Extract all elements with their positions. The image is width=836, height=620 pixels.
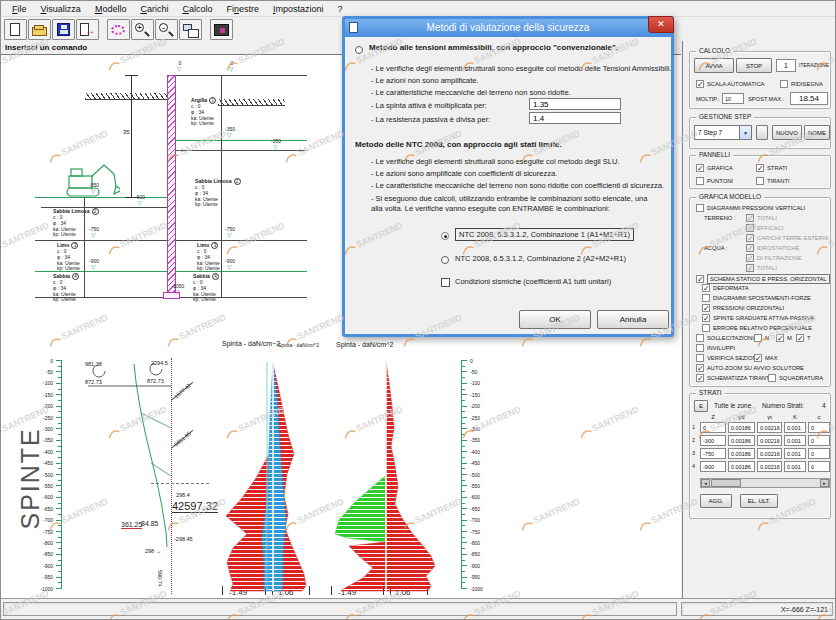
strati-cell-input[interactable]: 0.00216	[757, 435, 782, 446]
menu-item-finestre[interactable]: Finestre	[219, 3, 266, 15]
checkbox-strati[interactable]: ✓STRATI	[756, 164, 787, 172]
menu-item-?[interactable]: ?	[331, 3, 350, 15]
strati-cell-input[interactable]: 0	[700, 422, 726, 433]
menu-item-calcolo[interactable]: Calcolo	[175, 3, 219, 15]
menu-item-visualizza[interactable]: Visualizza	[34, 3, 88, 15]
checkbox-box[interactable]: ✓	[746, 214, 754, 222]
save-button[interactable]	[52, 19, 75, 40]
zoom-in-button[interactable]: +	[131, 19, 154, 40]
checkbox-box[interactable]	[702, 294, 710, 302]
checkbox-box[interactable]: ✓	[746, 244, 754, 252]
checkbox-efficaci[interactable]: ✓EFFICACI	[746, 224, 783, 232]
redraw-button[interactable]	[107, 19, 130, 40]
strati-cell-input[interactable]: 0.00186	[728, 448, 755, 459]
checkbox-box[interactable]	[696, 354, 704, 362]
checkbox-verifica-sezioni[interactable]: VERIFICA SEZIONI	[696, 354, 758, 362]
checkbox-box[interactable]: ✓	[696, 374, 704, 382]
checkbox-box[interactable]	[696, 344, 704, 352]
strati-cell-input[interactable]: 0	[808, 422, 830, 433]
strati-cell-input[interactable]: 0	[808, 448, 830, 459]
checkbox-box[interactable]: ✓	[696, 364, 704, 372]
menu-item-file[interactable]: File	[5, 3, 34, 15]
checkbox-n[interactable]: N	[754, 334, 769, 342]
strati-cell-input[interactable]: 0.001	[784, 435, 806, 446]
close-icon[interactable]: ✕	[648, 16, 674, 33]
moltip-input[interactable]: 10	[722, 93, 744, 104]
strati-cell-input[interactable]: -750	[700, 448, 726, 459]
step-extra-button[interactable]	[756, 125, 768, 140]
checkbox-di-filtrazione[interactable]: ✓DI FILTRAZIONE	[746, 254, 802, 262]
checkbox-box[interactable]: ✓	[746, 224, 754, 232]
menu-item-carichi[interactable]: Carichi	[133, 3, 175, 15]
checkbox-box[interactable]: ✓	[702, 284, 710, 292]
strati-cell-input[interactable]: 0.001	[784, 448, 806, 459]
stop-button[interactable]: STOP	[736, 58, 772, 73]
strati-cell-input[interactable]: 0.00216	[757, 448, 782, 459]
checkbox-deformata[interactable]: ✓DEFORMATA	[702, 284, 749, 292]
checkbox-box[interactable]	[696, 334, 704, 342]
checkbox-squadratura[interactable]: SQUADRATURA	[768, 374, 823, 382]
annulla-button[interactable]: Annulla	[597, 310, 669, 329]
method1-label[interactable]: Metodo alle tensioni ammissibili, con ap…	[369, 43, 618, 52]
open-file-button[interactable]	[28, 19, 51, 40]
checkbox-sollecitazioni[interactable]: SOLLECITAZIONI	[696, 334, 754, 342]
nuovo-button[interactable]: NUOVO	[772, 125, 802, 140]
checkbox-box[interactable]	[756, 177, 764, 185]
snapshot-button[interactable]	[210, 19, 233, 40]
checkbox-box[interactable]: ✓	[776, 334, 784, 342]
checkbox-box[interactable]: ✓	[696, 164, 704, 172]
checkbox-diagrammi-spostamenti-forze[interactable]: DIAGRAMMI SPOSTAMENTI-FORZE	[702, 294, 811, 302]
checkbox-box[interactable]: ✓	[746, 264, 754, 272]
ok-button[interactable]: OK	[519, 310, 591, 329]
windows-button[interactable]	[179, 19, 202, 40]
checkbox-box[interactable]: ✓	[756, 164, 764, 172]
e-button[interactable]: E	[694, 400, 708, 412]
strati-cell-input[interactable]: 0.00216	[757, 461, 782, 472]
checkbox-pressioni-orizzontali[interactable]: ✓PRESSIONI ORIZZONTALI	[702, 304, 784, 312]
checkbox-box[interactable]	[696, 204, 704, 212]
zoom-out-button[interactable]: -	[155, 19, 178, 40]
combinazione1-radio[interactable]	[441, 232, 449, 240]
checkbox-totali[interactable]: ✓TOTALI	[746, 214, 777, 222]
avvia-button[interactable]: AVVIA	[694, 58, 734, 73]
strati-cell-input[interactable]: 0.00186	[728, 461, 755, 472]
checkbox-schematizza-tiranti[interactable]: ✓SCHEMATIZZA TIRANTI	[696, 374, 771, 382]
checkbox-box[interactable]: ✓	[702, 304, 710, 312]
strati-cell-input[interactable]: 0.001	[784, 461, 806, 472]
combinazione2-label[interactable]: NTC 2008, 6.5.3.1.2, Combinazione 2 (A2+…	[455, 254, 626, 263]
menu-item-modello[interactable]: Modello	[88, 3, 134, 15]
combinazione1-label[interactable]: NTC 2008, 6.5.3.1.2, Combinazione 1 (A1+…	[455, 228, 634, 241]
checkbox-spinte-graduate-attiva-passiva[interactable]: ✓SPINTE GRADUATE ATTIVA-PASSIVA	[702, 314, 814, 322]
scroll-right-icon[interactable]: ►	[820, 479, 829, 487]
checkbox-t[interactable]: ✓T	[796, 334, 811, 342]
el-ult-button[interactable]: EL. ULT.	[740, 494, 778, 508]
checkbox-box[interactable]: ✓	[746, 254, 754, 262]
checkbox-errore-relativo-percentuale[interactable]: ERRORE RELATIVO PERCENTUALE	[702, 324, 812, 332]
chevron-down-icon[interactable]: ▼	[739, 126, 751, 139]
strati-cell-input[interactable]: 0.001	[784, 422, 806, 433]
checkbox-box[interactable]: ✓	[696, 80, 704, 88]
checkbox-puntoni[interactable]: PUNTONI	[696, 177, 733, 185]
checkbox-tiranti[interactable]: TIRANTI	[756, 177, 790, 185]
strati-cell-input[interactable]: -300	[700, 435, 726, 446]
checkbox-box[interactable]: ✓	[696, 275, 704, 283]
checkbox-inviluppi[interactable]: INVILUPPI	[696, 344, 735, 352]
scrollbar-thumb[interactable]	[711, 479, 741, 487]
resistenza-passiva-field[interactable]: 1.4	[529, 112, 621, 124]
checkbox-box[interactable]	[702, 324, 710, 332]
checkbox-grafica[interactable]: ✓GRAFICA	[696, 164, 733, 172]
checkbox-box[interactable]	[780, 80, 788, 88]
combinazione2-radio[interactable]	[441, 256, 449, 264]
dialog-title-bar[interactable]: Metodi di valutazione della sicurezza ✕	[345, 19, 671, 37]
nome-button[interactable]: NOME	[804, 125, 830, 140]
checkbox-box[interactable]	[768, 374, 776, 382]
strati-cell-input[interactable]: 0.00186	[728, 435, 755, 446]
strati-hscrollbar[interactable]: ◄ ►	[700, 478, 830, 488]
strati-cell-input[interactable]: 0.00216	[757, 422, 782, 433]
condizioni-sismiche-checkbox[interactable]	[441, 278, 450, 287]
checkbox-scala-automatica[interactable]: ✓SCALA AUTOMATICA	[696, 80, 764, 88]
method1-radio[interactable]	[355, 46, 363, 54]
checkbox-box[interactable]	[754, 334, 762, 342]
checkbox-box[interactable]: ✓	[702, 314, 710, 322]
checkbox-totali[interactable]: ✓TOTALI	[746, 264, 777, 272]
